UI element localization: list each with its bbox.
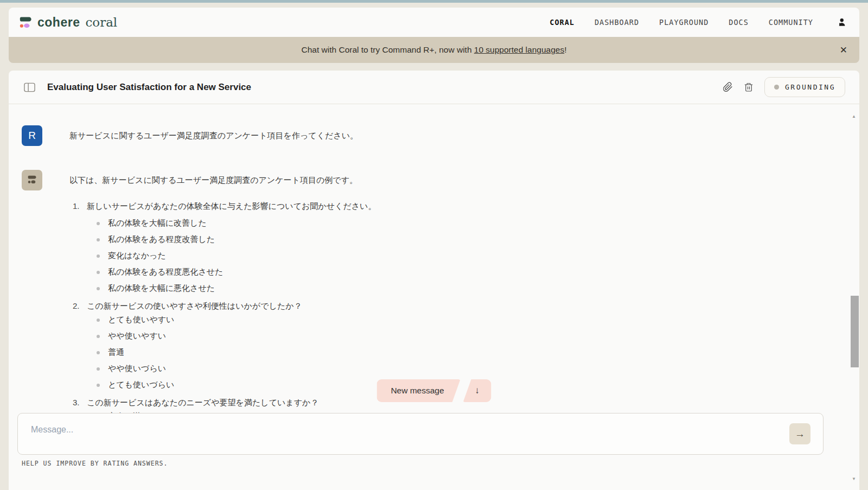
new-message-button[interactable]: New message	[376, 379, 460, 402]
cohere-logo-icon	[18, 15, 33, 30]
top-accent-strip	[0, 0, 868, 3]
delete-conversation-icon[interactable]	[744, 82, 754, 92]
nav-item-playground[interactable]: PLAYGROUND	[659, 18, 709, 27]
banner-text: Chat with Coral to try Command R+, now w…	[302, 45, 567, 55]
grounding-label: GROUNDING	[785, 83, 835, 91]
user-message-text: 新サービスに関するユーザー満足度調査のアンケート項目を作ってください。	[69, 125, 358, 146]
grounding-status-dot	[774, 85, 779, 90]
nav-item-community[interactable]: COMMUNITY	[769, 18, 813, 27]
message-composer: →	[17, 413, 824, 455]
list-item: 私の体験を大幅に改善した	[97, 219, 847, 228]
chat-actions: GROUNDING	[723, 77, 845, 97]
banner-text-after: !	[564, 45, 566, 54]
logo-text-coral: coral	[85, 15, 117, 29]
list-item: 変化はなかった	[97, 251, 847, 260]
scrollbar-up-icon[interactable]: ▲	[852, 114, 856, 119]
list-item: 私の体験をある程度改善した	[97, 235, 847, 244]
message-input[interactable]	[31, 422, 785, 437]
scroll-to-bottom-button[interactable]: ↓	[463, 379, 492, 402]
send-button[interactable]: →	[789, 423, 810, 444]
top-navigation-bar: cohere coral CORAL DASHBOARD PLAYGROUND …	[9, 8, 859, 37]
list-item: 私の体験を大幅に悪化させた	[97, 284, 847, 293]
chat-panel: Evaluating User Satisfaction for a New S…	[9, 71, 859, 490]
user-avatar: R	[22, 125, 42, 146]
attach-file-icon[interactable]	[723, 82, 733, 92]
scrollbar-down-icon[interactable]: ▼	[852, 476, 856, 481]
assistant-intro-text: 以下は、新サービスに関するユーザー満足度調査のアンケート項目の例です。	[69, 170, 847, 186]
banner-link-supported-languages[interactable]: 10 supported languages	[474, 45, 564, 54]
nav-item-dashboard[interactable]: DASHBOARD	[595, 18, 639, 27]
assistant-avatar	[22, 170, 42, 190]
scrollbar-thumb[interactable]	[851, 296, 859, 367]
banner-text-before: Chat with Coral to try Command R+, now w…	[302, 45, 474, 54]
announcement-banner: Chat with Coral to try Command R+, now w…	[9, 37, 859, 63]
conversation-title: Evaluating User Satisfaction for a New S…	[47, 82, 251, 93]
main-nav: CORAL DASHBOARD PLAYGROUND DOCS COMMUNIT…	[550, 17, 846, 27]
list-item: 私の体験をある程度悪化させた	[97, 268, 847, 277]
new-message-controls: New message ↓	[376, 379, 491, 402]
send-arrow-icon: →	[795, 428, 805, 440]
question-number: 2.	[73, 300, 87, 312]
user-message: R 新サービスに関するユーザー満足度調査のアンケート項目を作ってください。	[22, 125, 847, 146]
toggle-sidebar-icon[interactable]	[24, 82, 35, 92]
banner-close-icon[interactable]: ✕	[840, 46, 847, 55]
profile-icon[interactable]	[837, 17, 846, 27]
nav-item-docs[interactable]: DOCS	[729, 18, 749, 27]
question-number: 3.	[73, 397, 87, 409]
list-item: やや使いづらい	[97, 364, 847, 373]
survey-question-2: 2. この新サービスの使いやすさや利便性はいかがでしたか？ とても使いやすい や…	[42, 300, 847, 390]
chat-header: Evaluating User Satisfaction for a New S…	[9, 71, 859, 104]
question-text: 新しいサービスがあなたの体験全体に与えた影響についてお聞かせください。	[87, 200, 376, 212]
nav-item-coral[interactable]: CORAL	[550, 18, 575, 27]
cohere-logo[interactable]: cohere coral	[18, 15, 117, 30]
question-text: この新サービスの使いやすさや利便性はいかがでしたか？	[87, 300, 302, 312]
list-item: とても使いやすい	[97, 315, 847, 324]
question-text: この新サービスはあなたのニーズや要望を満たしていますか？	[87, 397, 318, 409]
coral-avatar-icon	[26, 174, 38, 187]
logo-text-cohere: cohere	[37, 15, 80, 30]
down-arrow-icon: ↓	[475, 385, 480, 396]
list-item: やや使いやすい	[97, 332, 847, 341]
survey-question-1: 1. 新しいサービスがあなたの体験全体に与えた影響についてお聞かせください。 私…	[42, 200, 847, 293]
question-number: 1.	[73, 200, 87, 212]
grounding-button[interactable]: GROUNDING	[764, 77, 845, 97]
rating-hint-text: HELP US IMPROVE BY RATING ANSWERS.	[22, 460, 168, 467]
list-item: 普通	[97, 348, 847, 357]
